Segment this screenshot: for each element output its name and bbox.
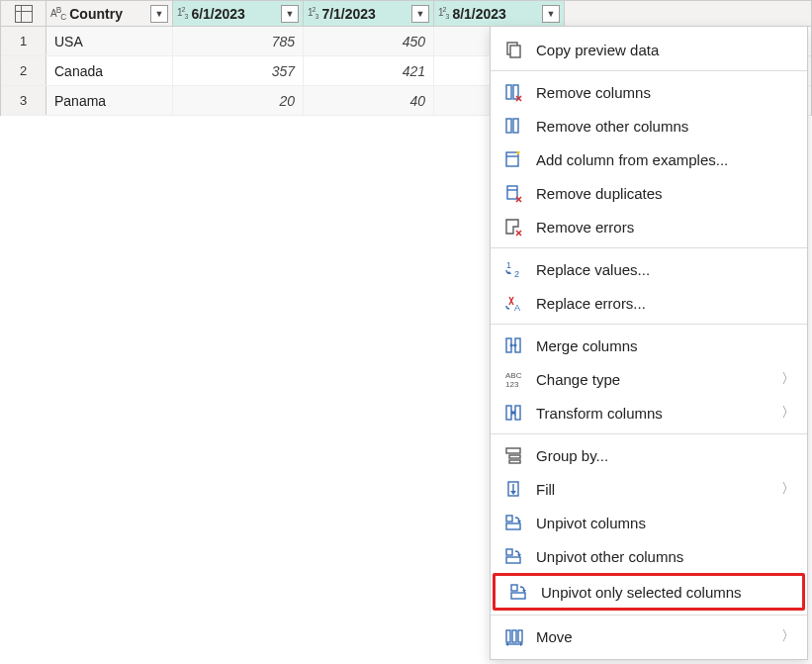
menu-separator xyxy=(491,324,807,325)
menu-label: Group by... xyxy=(536,447,795,464)
menu-label: Fill xyxy=(536,481,781,498)
menu-item-replace-values[interactable]: 12 Replace values... xyxy=(491,252,807,286)
svg-rect-3 xyxy=(506,85,511,99)
menu-label: Move xyxy=(536,628,781,645)
context-menu: Copy preview data Remove columns Remove … xyxy=(490,26,808,660)
menu-separator xyxy=(491,70,807,71)
cell-country[interactable]: Canada xyxy=(46,56,173,85)
cell-country[interactable]: USA xyxy=(46,27,173,55)
menu-item-remove-errors[interactable]: Remove errors xyxy=(491,210,807,243)
chevron-right-icon: 〉 xyxy=(781,627,795,645)
remove-columns-icon xyxy=(502,81,524,103)
menu-label: Merge columns xyxy=(536,337,795,354)
cell-value[interactable]: 357 xyxy=(173,56,304,85)
cell-value[interactable]: 20 xyxy=(173,86,304,115)
column-filter-dropdown[interactable]: ▼ xyxy=(281,5,299,23)
menu-item-merge-columns[interactable]: Merge columns xyxy=(491,329,807,362)
menu-item-fill[interactable]: Fill 〉 xyxy=(491,472,807,506)
svg-rect-7 xyxy=(506,119,511,133)
svg-rect-1 xyxy=(510,46,520,57)
remove-errors-icon xyxy=(502,216,524,237)
svg-text:A: A xyxy=(514,303,520,313)
menu-item-remove-columns[interactable]: Remove columns xyxy=(491,75,807,109)
menu-label: Unpivot other columns xyxy=(536,548,795,565)
column-header-label: 8/1/2023 xyxy=(452,6,542,22)
svg-marker-32 xyxy=(512,410,515,416)
svg-rect-33 xyxy=(506,448,520,453)
menu-label: Unpivot columns xyxy=(536,515,795,531)
fill-icon xyxy=(502,478,524,500)
column-header-country[interactable]: ABC Country ▼ xyxy=(46,1,173,26)
remove-other-columns-icon xyxy=(502,115,524,137)
unpivot-columns-icon xyxy=(502,512,524,533)
menu-label: Transform columns xyxy=(536,405,781,422)
svg-rect-43 xyxy=(506,557,520,563)
column-filter-dropdown[interactable]: ▼ xyxy=(411,5,429,23)
unpivot-other-columns-icon xyxy=(502,545,524,567)
menu-item-remove-other-columns[interactable]: Remove other columns xyxy=(491,109,807,142)
menu-label: Replace errors... xyxy=(536,295,795,312)
column-header-date1[interactable]: 123 6/1/2023 ▼ xyxy=(173,1,304,26)
column-header-date2[interactable]: 123 7/1/2023 ▼ xyxy=(304,1,434,26)
menu-label: Copy preview data xyxy=(536,42,795,58)
move-icon xyxy=(502,625,524,647)
menu-item-add-column-from-examples[interactable]: Add column from examples... xyxy=(491,142,807,176)
unpivot-selected-icon xyxy=(507,581,529,603)
menu-item-copy-preview-data[interactable]: Copy preview data xyxy=(491,33,807,66)
menu-item-transform-columns[interactable]: Transform columns 〉 xyxy=(491,396,807,429)
type-number-icon: 123 xyxy=(177,6,187,20)
svg-rect-42 xyxy=(506,549,512,555)
svg-rect-46 xyxy=(511,593,525,599)
cell-value[interactable]: 421 xyxy=(304,56,434,85)
svg-rect-48 xyxy=(506,630,510,642)
change-type-icon: ABC123 xyxy=(502,368,524,390)
column-header-label: 7/1/2023 xyxy=(321,6,411,22)
copy-icon xyxy=(502,39,524,60)
svg-rect-39 xyxy=(506,516,512,522)
menu-item-unpivot-only-selected-columns[interactable]: Unpivot only selected columns xyxy=(496,576,802,608)
svg-rect-45 xyxy=(511,585,517,591)
svg-rect-34 xyxy=(509,455,520,458)
row-number: 1 xyxy=(1,27,46,55)
menu-label: Remove errors xyxy=(536,219,795,236)
svg-rect-35 xyxy=(509,460,520,463)
cell-value[interactable]: 450 xyxy=(304,27,434,55)
merge-columns-icon xyxy=(502,334,524,356)
type-number-icon: 123 xyxy=(308,6,317,20)
svg-rect-29 xyxy=(506,406,511,420)
replace-errors-icon: A xyxy=(502,292,524,314)
svg-marker-11 xyxy=(516,151,520,155)
svg-rect-8 xyxy=(513,119,518,133)
svg-rect-12 xyxy=(507,186,517,199)
menu-label: Remove other columns xyxy=(536,118,795,135)
group-by-icon xyxy=(502,444,524,466)
chevron-right-icon: 〉 xyxy=(781,370,795,388)
svg-rect-40 xyxy=(506,523,520,529)
svg-marker-38 xyxy=(510,491,516,495)
cell-value[interactable]: 785 xyxy=(173,27,304,55)
cell-country[interactable]: Panama xyxy=(46,86,173,115)
menu-item-replace-errors[interactable]: A Replace errors... xyxy=(491,286,807,320)
add-column-examples-icon xyxy=(502,148,524,170)
type-number-icon: 123 xyxy=(438,6,448,20)
menu-item-remove-duplicates[interactable]: Remove duplicates xyxy=(491,176,807,210)
chevron-right-icon: 〉 xyxy=(781,480,795,498)
menu-label: Replace values... xyxy=(536,261,795,278)
menu-item-move[interactable]: Move 〉 xyxy=(491,619,807,653)
row-number: 3 xyxy=(1,86,46,115)
menu-item-group-by[interactable]: Group by... xyxy=(491,438,807,472)
menu-separator xyxy=(491,247,807,248)
replace-values-icon: 12 xyxy=(502,258,524,280)
table-select-all[interactable] xyxy=(1,1,46,26)
table-header-row: ABC Country ▼ 123 6/1/2023 ▼ 123 7/1/202… xyxy=(1,1,811,27)
menu-item-unpivot-other-columns[interactable]: Unpivot other columns xyxy=(491,539,807,573)
column-header-date3[interactable]: 123 8/1/2023 ▼ xyxy=(434,1,565,26)
column-filter-dropdown[interactable]: ▼ xyxy=(150,5,168,23)
menu-item-change-type[interactable]: ABC123 Change type 〉 xyxy=(491,362,807,396)
column-filter-dropdown[interactable]: ▼ xyxy=(542,5,560,23)
menu-label: Change type xyxy=(536,371,781,388)
cell-value[interactable]: 40 xyxy=(304,86,434,115)
menu-item-unpivot-columns[interactable]: Unpivot columns xyxy=(491,506,807,539)
menu-label: Unpivot only selected columns xyxy=(541,584,790,601)
type-text-icon: ABC xyxy=(50,5,65,22)
